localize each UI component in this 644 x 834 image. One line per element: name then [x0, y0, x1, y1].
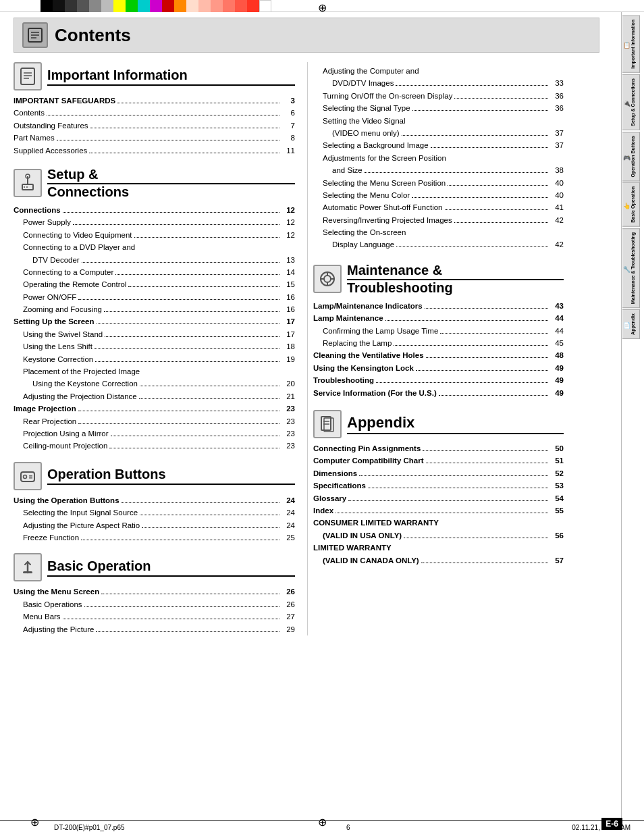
appendix-icon: [313, 410, 342, 438]
side-tab-opbuttons[interactable]: 🎮 Operation Buttons: [622, 132, 640, 181]
toc-service-info: Service Information (For the U.S.) 49: [313, 387, 564, 399]
svg-point-14: [24, 475, 27, 478]
toc-onscreen-lang-line1: Selecting the On-screen: [313, 226, 564, 238]
color-swatch-4: [89, 0, 101, 12]
side-tab-basic-op[interactable]: 👆 Basic Operation: [622, 182, 640, 227]
svg-rect-24: [321, 417, 331, 430]
crosshair-bottom-left: ⊕: [30, 816, 39, 829]
setup-toc: Connections 12 Power Supply 12 Connectin…: [14, 204, 295, 452]
svg-rect-16: [29, 477, 32, 479]
toc-cleaning: Cleaning the Ventilative Holes 48: [313, 349, 564, 361]
maintenance-title-block: Maintenance & Troubleshooting: [347, 262, 564, 296]
toc-lens-shift: Using the Lens Shift 18: [14, 340, 295, 353]
toc-ceiling-mount: Ceiling-mount Projection 23: [14, 440, 295, 452]
footer-page: 6: [346, 824, 350, 831]
maintenance-header: Maintenance & Troubleshooting: [313, 262, 564, 296]
toc-input-signal: Selecting the Input Signal Source 24: [14, 506, 295, 519]
toc-connecting-computer: Connecting to a Computer 14: [14, 266, 295, 278]
color-swatch-3: [77, 0, 89, 12]
toc-row-contents: Contents 6: [14, 107, 295, 119]
svg-point-19: [324, 276, 331, 282]
side-tab-icon-appendix: 📄: [624, 315, 630, 335]
toc-menu-screen-pos: Selecting the Menu Screen Position 40: [313, 177, 564, 189]
toc-signal-type: Selecting the Signal Type 36: [313, 102, 564, 114]
toc-rear-projection: Rear Projection 23: [14, 415, 295, 427]
maintenance-title-line1: Maintenance &: [347, 262, 564, 280]
opbuttons-header: Operation Buttons: [14, 462, 295, 490]
maintenance-toc: Lamp/Maintenance Indicators 43 Lamp Main…: [313, 300, 564, 399]
toc-menu-color: Selecting the Menu Color 40: [313, 189, 564, 201]
toc-compat-chart: Computer Compatibility Chart 51: [313, 454, 564, 467]
color-squares: [41, 0, 271, 12]
right-col-top-entries: Adjusting the Computer and DVD/DTV Image…: [313, 62, 564, 251]
color-swatch-light2: [198, 0, 211, 12]
important-info-title: Important Information: [47, 68, 295, 86]
toc-video-signal-line1: Setting the Video Signal: [313, 115, 564, 127]
side-tab-bar: 📋 Important Information 🔌 Setup & Connec…: [621, 12, 640, 823]
basic-op-icon: [14, 553, 42, 581]
color-swatch-white: [259, 0, 271, 12]
color-swatch-red: [162, 0, 174, 12]
setup-title-line2: Connections: [47, 184, 295, 200]
side-tab-icon-important: 📋: [624, 22, 630, 69]
color-swatch-black: [41, 0, 53, 12]
toc-display-language: Display Language 42: [313, 238, 564, 251]
toc-basic-operations: Basic Operations 26: [14, 598, 295, 610]
toc-limited-warranty-canada: (VALID IN CANADA ONLY) 57: [313, 554, 564, 567]
setup-title-block: Setup & Connections: [47, 166, 295, 200]
side-tab-icon-setup: 🔌: [624, 80, 630, 126]
toc-menu-screen: Using the Menu Screen 26: [14, 585, 295, 598]
toc-keystone: Keystone Correction 19: [14, 353, 295, 365]
toc-specifications: Specifications 53: [313, 479, 564, 492]
toc-lamp-indicators: Lamp/Maintenance Indicators 43: [313, 300, 564, 312]
color-swatch-light4: [223, 0, 235, 12]
toc-dtv-decoder: DTV Decoder 13: [14, 254, 295, 266]
side-tab-setup[interactable]: 🔌 Setup & Connections: [622, 74, 640, 130]
color-swatch-light6: [247, 0, 259, 12]
color-swatch-yellow: [113, 0, 126, 12]
toc-auto-shutoff: Automatic Power Shut-off Function 41: [313, 201, 564, 213]
side-tab-maintenance[interactable]: 🔧 Maintenance & Troubleshooting: [622, 228, 640, 308]
toc-adjusting-picture: Adjusting the Picture 29: [14, 623, 295, 635]
page-title-section: Contents: [14, 18, 599, 53]
toc-aspect-ratio: Adjusting the Picture Aspect Ratio 24: [14, 519, 295, 531]
toc-setting-screen: Setting Up the Screen 17: [14, 315, 295, 328]
toc-video-menu-only: (VIDEO menu only) 37: [313, 127, 564, 139]
color-swatch-orange: [174, 0, 186, 12]
color-swatch-cyan: [138, 0, 150, 12]
toc-remote-control: Operating the Remote Control 15: [14, 278, 295, 290]
toc-consumer-warranty: CONSUMER LIMITED WARRANTY: [313, 517, 564, 529]
side-tab-important-info[interactable]: 📋 Important Information: [622, 16, 640, 73]
toc-freeze: Freeze Function 25: [14, 531, 295, 544]
opbuttons-icon: [14, 462, 42, 490]
important-info-toc: IMPORTANT SAFEGUARDS 3 Contents 6 Outsta…: [14, 95, 295, 157]
svg-rect-17: [23, 571, 32, 573]
toc-row-accessories: Supplied Accessories 11: [14, 145, 295, 157]
side-tab-appendix[interactable]: 📄 Appendix: [622, 309, 640, 339]
toc-reversing: Reversing/Inverting Projected Images 42: [313, 214, 564, 226]
toc-row-outstanding: Outstanding Features 7: [14, 120, 295, 132]
toc-lamp-usage: Confirming the Lamp Usage Time 44: [313, 325, 564, 337]
toc-and-size: and Size 38: [313, 164, 564, 176]
toc-keystone-correction2: Using the Keystone Correction 20: [14, 377, 295, 390]
toc-connecting-video: Connecting to Video Equipment 12: [14, 229, 295, 241]
toc-dvd-dtv-images: DVD/DTV Images 33: [313, 77, 564, 89]
toc-adjusting-computer-line1: Adjusting the Computer and: [313, 65, 564, 77]
right-column: Adjusting the Computer and DVD/DTV Image…: [307, 62, 564, 635]
toc-lamp-maintenance: Lamp Maintenance 44: [313, 312, 564, 324]
toc-glossary: Glossary 54: [313, 492, 564, 504]
svg-rect-15: [29, 475, 32, 477]
two-col-layout: Important Information IMPORTANT SAFEGUAR…: [14, 62, 599, 635]
color-swatch-1: [53, 0, 65, 12]
appendix-header: Appendix: [313, 410, 564, 438]
color-swatch-light5: [235, 0, 247, 12]
side-tab-icon-maintenance: 🔧: [624, 234, 630, 304]
setup-title-line1: Setup &: [47, 166, 295, 184]
toc-background-image: Selecting a Background Image 37: [313, 139, 564, 151]
toc-replacing-lamp: Replacing the Lamp 45: [313, 337, 564, 349]
color-swatch-2: [65, 0, 77, 12]
toc-troubleshooting: Troubleshooting 49: [313, 374, 564, 386]
opbuttons-toc: Using the Operation Buttons 24 Selecting…: [14, 494, 295, 544]
page-title: Contents: [55, 25, 131, 46]
left-column: Important Information IMPORTANT SAFEGUAR…: [14, 62, 307, 635]
